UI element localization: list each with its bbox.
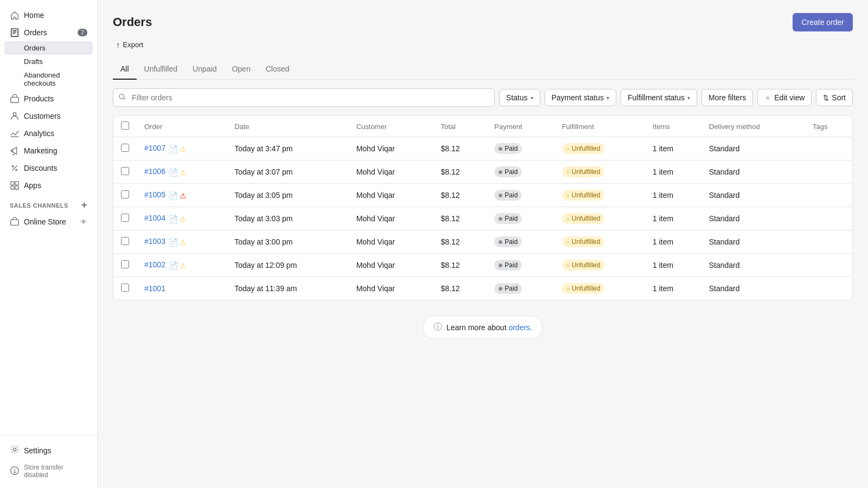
more-filters-label: More filters — [709, 93, 746, 102]
sidebar-item-marketing[interactable]: Marketing — [4, 142, 93, 159]
payment-status-filter-button[interactable]: Payment status ▾ — [545, 89, 617, 106]
search-input[interactable] — [113, 88, 495, 107]
page-header: Orders Create order — [113, 13, 853, 31]
search-icon — [118, 93, 126, 102]
order-link-1004[interactable]: #1004 — [144, 214, 165, 222]
more-filters-button[interactable]: More filters — [701, 89, 753, 106]
sidebar-item-home[interactable]: Home — [4, 7, 93, 24]
col-delivery: Delivery method — [701, 116, 805, 137]
row-checkbox-1001[interactable] — [121, 284, 129, 292]
order-link-1001[interactable]: #1001 — [144, 284, 165, 293]
learn-more-section: ⓘ Learn more about orders. — [113, 300, 853, 354]
order-date: Today at 3:03 pm — [227, 207, 349, 230]
order-items: 1 item — [645, 160, 701, 184]
sidebar-item-home-label: Home — [24, 11, 44, 20]
select-all-checkbox[interactable] — [121, 121, 129, 130]
edit-view-button[interactable]: ★ Edit view — [757, 89, 812, 106]
export-icon: ↑ — [116, 40, 120, 49]
tab-open[interactable]: Open — [224, 59, 258, 80]
warn-icon: ⚠ — [180, 168, 187, 177]
sidebar-item-apps[interactable]: Apps — [4, 177, 93, 194]
order-payment: Paid — [487, 137, 554, 160]
status-filter-button[interactable]: Status ▾ — [499, 89, 540, 106]
order-payment: Paid — [487, 230, 554, 254]
col-tags: Tags — [805, 116, 852, 137]
order-link-1002[interactable]: #1002 — [144, 260, 165, 269]
sidebar-item-analytics[interactable]: Analytics — [4, 125, 93, 142]
tab-closed[interactable]: Closed — [258, 59, 297, 80]
order-link-1005[interactable]: #1005 — [144, 190, 165, 199]
tab-unfulfilled[interactable]: Unfulfilled — [137, 59, 185, 80]
order-link-1003[interactable]: #1003 — [144, 237, 165, 246]
svg-point-15 — [13, 448, 16, 451]
order-date: Today at 12:09 pm — [227, 254, 349, 277]
settings-label: Settings — [24, 446, 52, 455]
svg-rect-10 — [11, 182, 14, 185]
tab-all[interactable]: All — [113, 59, 137, 80]
payment-badge: Paid — [494, 236, 522, 247]
online-store-icon — [10, 217, 20, 227]
order-delivery: Standard — [701, 160, 805, 184]
order-items: 1 item — [645, 254, 701, 277]
sort-button[interactable]: ⇅ Sort — [816, 89, 853, 106]
payment-badge: Paid — [494, 260, 522, 271]
order-tags — [805, 184, 852, 207]
payment-status-label: Payment status — [552, 93, 604, 102]
col-fulfillment: Fulfillment — [554, 116, 645, 137]
apps-icon — [10, 181, 20, 190]
order-items: 1 item — [645, 137, 701, 160]
sidebar-item-discounts[interactable]: Discounts — [4, 159, 93, 177]
warn-icon: ⚠ — [180, 238, 187, 247]
order-link-1006[interactable]: #1006 — [144, 167, 165, 176]
online-store-visibility-icon[interactable]: 👁 — [80, 218, 87, 226]
marketing-icon — [10, 146, 20, 156]
store-transfer-icon — [10, 466, 20, 477]
row-checkbox-1006[interactable] — [121, 167, 129, 175]
settings-item[interactable]: Settings — [4, 441, 93, 460]
orders-icon — [10, 28, 20, 37]
sidebar-item-customers[interactable]: Customers — [4, 107, 93, 125]
orders-link[interactable]: orders. — [508, 323, 532, 332]
order-total: $8.12 — [433, 277, 487, 300]
export-button[interactable]: ↑ Export — [113, 38, 146, 52]
svg-point-8 — [12, 166, 14, 168]
row-checkbox-1007[interactable] — [121, 144, 129, 152]
payment-badge: Paid — [494, 190, 522, 201]
row-checkbox-1002[interactable] — [121, 260, 129, 268]
sidebar-item-products[interactable]: Products — [4, 90, 93, 107]
warn-icon: ⚠ — [180, 215, 187, 223]
table-header-row: Order Date Customer Total Payment Fulfil… — [113, 116, 852, 137]
order-customer: Mohd Viqar — [349, 230, 433, 254]
col-total: Total — [433, 116, 487, 137]
order-link-1007[interactable]: #1007 — [144, 144, 165, 152]
fulfillment-status-filter-button[interactable]: Fulfillment status ▾ — [621, 89, 697, 106]
tab-unpaid[interactable]: Unpaid — [185, 59, 224, 80]
create-order-button[interactable]: Create order — [793, 13, 853, 31]
svg-rect-12 — [11, 186, 14, 189]
sidebar-sub-drafts[interactable]: Drafts — [4, 55, 93, 68]
sidebar-item-customers-label: Customers — [24, 112, 61, 120]
order-fulfillment: Unfulfilled — [554, 184, 645, 207]
sales-channels-section: SALES CHANNELS + — [4, 194, 93, 213]
col-payment: Payment — [487, 116, 554, 137]
fulfillment-badge: Unfulfilled — [562, 213, 605, 224]
row-checkbox-1003[interactable] — [121, 237, 129, 245]
add-sales-channel-button[interactable]: + — [81, 200, 87, 211]
search-wrap — [113, 88, 495, 107]
row-checkbox-1005[interactable] — [121, 190, 129, 198]
order-items: 1 item — [645, 230, 701, 254]
sidebar-item-online-store[interactable]: Online Store 👁 — [4, 213, 93, 230]
order-delivery: Standard — [701, 254, 805, 277]
row-checkbox-1004[interactable] — [121, 214, 129, 222]
sidebar-sub-orders[interactable]: Orders — [4, 41, 93, 55]
status-filter-label: Status — [506, 93, 528, 102]
payment-badge: Paid — [494, 166, 522, 177]
order-payment: Paid — [487, 254, 554, 277]
svg-point-9 — [16, 169, 17, 171]
order-delivery: Standard — [701, 137, 805, 160]
order-fulfillment: Unfulfilled — [554, 254, 645, 277]
sidebar-item-products-label: Products — [24, 94, 54, 103]
sidebar-item-orders[interactable]: Orders 7 — [4, 24, 93, 41]
table-row: #1005📄⚠Today at 3:05 pmMohd Viqar$8.12Pa… — [113, 184, 852, 207]
sidebar-sub-abandoned[interactable]: Abandoned checkouts — [4, 68, 93, 90]
